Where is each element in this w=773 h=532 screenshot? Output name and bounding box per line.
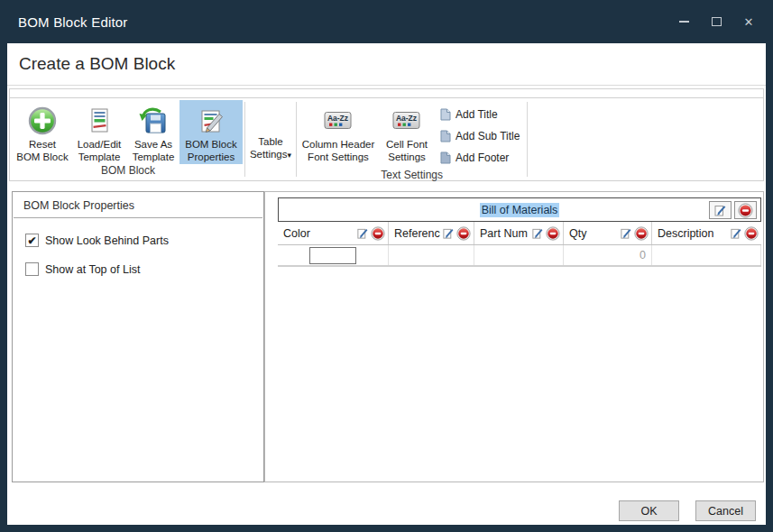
column-header-part-num: Part Num bbox=[474, 222, 564, 244]
save-as-template-button[interactable]: Save As Template bbox=[127, 100, 179, 164]
add-footer-button[interactable]: Add Footer bbox=[439, 147, 520, 169]
delete-icon bbox=[456, 226, 471, 241]
delete-icon bbox=[546, 226, 560, 241]
add-footer-icon bbox=[439, 151, 451, 164]
load-edit-template-button[interactable]: Load/Edit Template bbox=[71, 100, 127, 164]
delete-icon bbox=[371, 226, 385, 241]
panel-title: BOM Block Properties bbox=[13, 192, 263, 217]
bom-properties-icon bbox=[196, 104, 226, 138]
bom-preview-panel: Bill of Materials Color bbox=[264, 191, 764, 482]
cancel-button[interactable]: Cancel bbox=[695, 500, 756, 521]
font-settings-icon: Aa-Zz bbox=[392, 104, 421, 138]
ok-button[interactable]: OK bbox=[619, 500, 679, 521]
svg-text:Aa-Zz: Aa-Zz bbox=[396, 114, 417, 123]
checkbox-box[interactable]: ✔ bbox=[25, 234, 39, 247]
ribbon-separator bbox=[296, 102, 297, 177]
edit-title-button[interactable] bbox=[709, 201, 732, 219]
ribbon-group-text-settings: Aa-Zz Column Header Font Settings Aa-Zz bbox=[299, 100, 525, 179]
color-cell bbox=[278, 245, 389, 265]
edit-column-button[interactable] bbox=[531, 227, 544, 240]
svg-text:Aa-Zz: Aa-Zz bbox=[327, 114, 348, 123]
edit-column-button[interactable] bbox=[620, 227, 632, 240]
edit-icon bbox=[356, 227, 369, 240]
maximize-icon bbox=[712, 17, 722, 26]
bom-properties-panel: BOM Block Properties ✔ Show Look Behind … bbox=[12, 191, 264, 482]
bom-table-data-row: 0 bbox=[278, 245, 761, 267]
dialog-content: Create a BOM Block Reset BOM Block bbox=[7, 43, 766, 525]
delete-column-button[interactable] bbox=[634, 226, 649, 241]
checkbox-show-at-top-of-list[interactable]: Show at Top of List bbox=[25, 262, 263, 276]
group-label-text-settings: Text Settings bbox=[299, 169, 525, 182]
bom-table-header-row: Color Reference Part Num bbox=[278, 222, 761, 245]
close-icon: ✕ bbox=[744, 16, 754, 28]
delete-icon bbox=[744, 226, 759, 241]
add-sub-title-icon bbox=[439, 130, 451, 142]
column-header-color: Color bbox=[278, 222, 389, 244]
window-title: BOM Block Editor bbox=[18, 14, 670, 30]
checkbox-box[interactable] bbox=[25, 262, 39, 276]
column-header-description: Description bbox=[652, 222, 761, 244]
checkbox-show-look-behind-parts[interactable]: ✔ Show Look Behind Parts bbox=[25, 234, 263, 247]
bom-table-title[interactable]: Bill of Materials bbox=[480, 203, 560, 217]
minimize-icon bbox=[679, 21, 689, 23]
bom-table: Bill of Materials Color bbox=[278, 197, 761, 267]
edit-icon bbox=[730, 227, 742, 240]
ribbon-separator bbox=[527, 102, 528, 177]
bom-table-title-row: Bill of Materials bbox=[278, 197, 761, 222]
save-template-icon bbox=[138, 104, 169, 138]
reset-bom-icon bbox=[27, 104, 58, 138]
description-cell[interactable] bbox=[652, 245, 761, 265]
delete-column-button[interactable] bbox=[744, 226, 759, 241]
ribbon-separator bbox=[244, 102, 245, 177]
edit-column-button[interactable] bbox=[356, 227, 369, 240]
delete-column-button[interactable] bbox=[456, 226, 471, 241]
column-header-qty: Qty bbox=[564, 222, 652, 244]
page-header: Create a BOM Block bbox=[7, 43, 766, 86]
close-button[interactable]: ✕ bbox=[735, 10, 762, 33]
delete-column-button[interactable] bbox=[546, 226, 560, 241]
load-template-icon bbox=[84, 104, 115, 138]
checkbox-label: Show at Top of List bbox=[45, 263, 140, 276]
color-input[interactable] bbox=[309, 247, 356, 264]
table-settings-button[interactable]: Table Settings▾ bbox=[247, 100, 294, 164]
edit-icon bbox=[713, 204, 727, 217]
qty-cell[interactable]: 0 bbox=[564, 245, 652, 265]
part-num-cell[interactable] bbox=[474, 245, 564, 265]
ribbon-group-bom-block: Reset BOM Block Load/Edit Template bbox=[14, 100, 243, 179]
edit-icon bbox=[531, 227, 544, 240]
add-title-button[interactable]: Add Title bbox=[439, 104, 520, 125]
delete-title-button[interactable] bbox=[734, 201, 757, 219]
font-settings-icon: Aa-Zz bbox=[324, 104, 353, 138]
edit-icon bbox=[620, 227, 632, 240]
ribbon: Reset BOM Block Load/Edit Template bbox=[9, 97, 764, 181]
reset-bom-block-button[interactable]: Reset BOM Block bbox=[14, 100, 71, 164]
divider bbox=[14, 217, 262, 218]
add-title-icon bbox=[439, 108, 451, 121]
page-title: Create a BOM Block bbox=[19, 54, 175, 74]
column-header-font-settings-button[interactable]: Aa-Zz Column Header Font Settings bbox=[299, 100, 378, 169]
ribbon-group-table-settings: Table Settings▾ bbox=[247, 100, 294, 179]
edit-column-button[interactable] bbox=[442, 227, 455, 240]
bom-block-properties-button[interactable]: BOM Block Properties bbox=[179, 100, 243, 164]
column-header-reference: Reference bbox=[389, 222, 474, 244]
maximize-button[interactable] bbox=[703, 10, 730, 33]
minimize-button[interactable] bbox=[670, 10, 697, 33]
titlebar: BOM Block Editor ✕ bbox=[0, 0, 773, 43]
delete-icon bbox=[634, 226, 649, 241]
delete-icon bbox=[738, 203, 753, 218]
edit-icon bbox=[442, 227, 455, 240]
checkbox-label: Show Look Behind Parts bbox=[45, 234, 169, 247]
dropdown-arrow-icon: ▾ bbox=[288, 151, 292, 160]
add-buttons-column: Add Title Add Sub Title Add Footer bbox=[436, 100, 525, 169]
group-label-bom-block: BOM Block bbox=[14, 164, 243, 179]
add-sub-title-button[interactable]: Add Sub Title bbox=[439, 125, 520, 147]
edit-column-button[interactable] bbox=[730, 227, 742, 240]
cell-font-settings-button[interactable]: Aa-Zz Cell Font Settings bbox=[378, 100, 436, 169]
reference-cell[interactable] bbox=[389, 245, 474, 265]
ribbon-tab-strip bbox=[9, 88, 764, 97]
delete-column-button[interactable] bbox=[371, 226, 385, 241]
